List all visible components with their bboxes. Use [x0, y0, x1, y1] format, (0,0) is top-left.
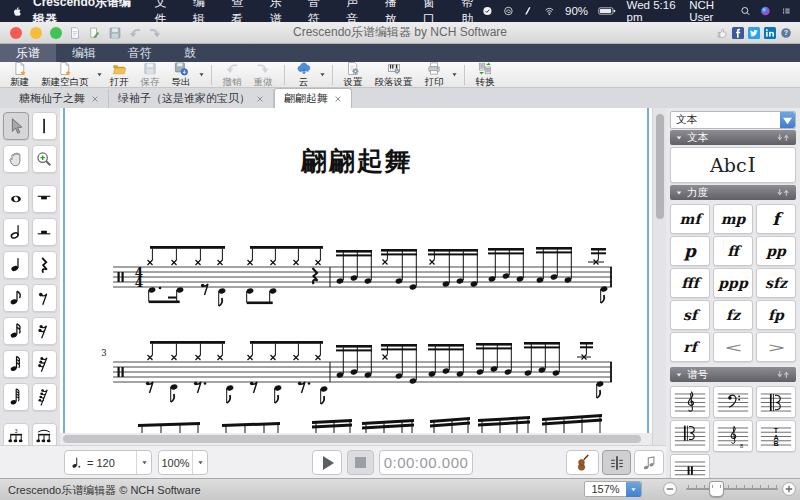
- dynamics-section-header[interactable]: 力度: [670, 185, 796, 200]
- treble-clef-button[interactable]: [670, 386, 710, 418]
- notification-center-icon[interactable]: [781, 4, 792, 18]
- zoom-dropdown-button[interactable]: [626, 482, 641, 497]
- titlebar-redo-icon[interactable]: [148, 26, 162, 40]
- thirtysecond-note-button[interactable]: [3, 350, 29, 378]
- speed-dropdown-button[interactable]: [192, 451, 207, 474]
- dynamic-pp[interactable]: pp: [756, 236, 796, 266]
- dynamic-fz[interactable]: fz: [713, 300, 753, 330]
- dynamic-f[interactable]: f: [756, 204, 796, 234]
- close-icon[interactable]: [91, 95, 99, 103]
- ribbon-tab-score[interactable]: 乐谱: [0, 44, 56, 62]
- quarter-rest-button[interactable]: [32, 251, 58, 279]
- half-note-button[interactable]: [3, 218, 29, 246]
- window-minimize-button[interactable]: [30, 27, 42, 39]
- zoom-level-select[interactable]: 157%: [584, 481, 642, 497]
- select-tool-button[interactable]: [3, 112, 29, 140]
- score-canvas[interactable]: 翩翩起舞 443: [60, 108, 652, 445]
- linkedin-icon[interactable]: [764, 27, 776, 39]
- note-sound-button[interactable]: [634, 450, 664, 475]
- alto-clef-button[interactable]: [756, 386, 796, 418]
- menu-extra-check-icon[interactable]: [482, 4, 493, 18]
- reorder-arrows-icon[interactable]: [776, 133, 791, 142]
- open-button[interactable]: 打开: [104, 62, 135, 88]
- dynamic-sfz[interactable]: sfz: [756, 268, 796, 298]
- vertical-scroll-thumb[interactable]: [656, 114, 664, 219]
- search-icon[interactable]: [740, 4, 751, 18]
- document-tab-1[interactable]: 糖梅仙子之舞: [10, 89, 109, 108]
- battery-icon[interactable]: [598, 5, 617, 17]
- ribbon-tab-drums[interactable]: 鼓: [168, 44, 212, 62]
- export-dropdown-icon[interactable]: [198, 71, 205, 78]
- horizontal-scroll-thumb[interactable]: [63, 435, 641, 443]
- dynamic-mp[interactable]: mp: [713, 204, 753, 234]
- speed-control[interactable]: 100%: [158, 450, 208, 475]
- clef-section-header[interactable]: 谱号: [670, 367, 796, 382]
- text-section-header[interactable]: 文本: [670, 130, 796, 145]
- beam-group-button[interactable]: [32, 423, 58, 445]
- tab-clef-button[interactable]: TAB: [756, 420, 796, 452]
- save-button[interactable]: 保存: [135, 62, 166, 88]
- zoom-in-button[interactable]: [781, 481, 797, 497]
- mixer-button[interactable]: [602, 450, 631, 475]
- cloud-button[interactable]: 云: [290, 62, 318, 88]
- instrument-sound-button[interactable]: [566, 450, 599, 475]
- triplet-button[interactable]: 3: [3, 423, 29, 445]
- wifi-icon[interactable]: [544, 4, 555, 18]
- help-icon[interactable]: ?: [780, 27, 792, 39]
- whole-rest-button[interactable]: [32, 185, 58, 213]
- bass-clef-button[interactable]: [713, 386, 753, 418]
- reorder-arrows-icon[interactable]: [776, 188, 791, 197]
- document-tab-2[interactable]: 绿袖子（这是谁家的宝贝）: [109, 89, 274, 108]
- menu-clock[interactable]: Wed 5:16 pm: [627, 0, 680, 23]
- eighth-note-button[interactable]: [3, 284, 29, 312]
- half-rest-button[interactable]: [32, 218, 58, 246]
- undo-button[interactable]: 撤销: [217, 62, 248, 88]
- zoom-slider-track[interactable]: [686, 488, 778, 490]
- quarter-note-button[interactable]: [3, 251, 29, 279]
- dynamic-fp[interactable]: fp: [756, 300, 796, 330]
- menu-extra-tool-icon[interactable]: [523, 4, 534, 18]
- convert-button[interactable]: 转换: [470, 62, 501, 88]
- panel-vertical-scrollbar[interactable]: [652, 108, 666, 478]
- close-icon[interactable]: [334, 95, 342, 103]
- dynamic-mf[interactable]: mf: [670, 204, 710, 234]
- zoom-tool-button[interactable]: [32, 145, 58, 173]
- titlebar-edit-icon[interactable]: [88, 26, 102, 40]
- facebook-icon[interactable]: [732, 27, 744, 39]
- siri-icon[interactable]: [760, 4, 771, 18]
- like-icon[interactable]: [716, 27, 728, 39]
- zoom-slider-thumb[interactable]: [709, 481, 724, 497]
- tenor-clef-button[interactable]: [670, 420, 710, 452]
- dynamic-sf[interactable]: sf: [670, 300, 710, 330]
- ribbon-tab-notes[interactable]: 音符: [112, 44, 168, 62]
- menu-extra-swirl-icon[interactable]: [503, 4, 514, 18]
- thirtysecond-rest-button[interactable]: [32, 350, 58, 378]
- eighth-rest-button[interactable]: [32, 284, 58, 312]
- titlebar-save-icon[interactable]: [108, 26, 122, 40]
- window-zoom-button[interactable]: [50, 27, 62, 39]
- sixteenth-note-button[interactable]: [3, 317, 29, 345]
- reorder-arrows-icon[interactable]: [776, 370, 791, 379]
- treble-8vb-clef-button[interactable]: 8: [713, 420, 753, 452]
- apple-menu-icon[interactable]: [12, 4, 23, 19]
- whole-note-button[interactable]: [3, 185, 29, 213]
- titlebar-new-icon[interactable]: [68, 26, 82, 40]
- twitter-icon[interactable]: [748, 27, 760, 39]
- decrescendo-hairpin[interactable]: >: [756, 332, 796, 362]
- category-dropdown-button[interactable]: [780, 112, 795, 128]
- tempo-dropdown-button[interactable]: [136, 451, 151, 474]
- cloud-dropdown-icon[interactable]: [319, 71, 326, 78]
- window-close-button[interactable]: [10, 27, 22, 39]
- new-blank-dropdown-icon[interactable]: [96, 71, 103, 78]
- menu-user[interactable]: NCH User: [689, 0, 729, 23]
- titlebar-undo-icon[interactable]: [128, 26, 142, 40]
- dynamic-p[interactable]: p: [670, 236, 710, 266]
- print-button[interactable]: 打印: [419, 62, 450, 88]
- text-tool-cell[interactable]: AbcI: [670, 147, 796, 183]
- dynamic-rf[interactable]: rf: [670, 332, 710, 362]
- percussion-clef-button[interactable]: [670, 454, 710, 478]
- sixtyfourth-rest-button[interactable]: [32, 383, 58, 411]
- settings-button[interactable]: 设置: [338, 62, 369, 88]
- sixtyfourth-note-button[interactable]: [3, 383, 29, 411]
- canvas-horizontal-scrollbar[interactable]: [60, 433, 652, 445]
